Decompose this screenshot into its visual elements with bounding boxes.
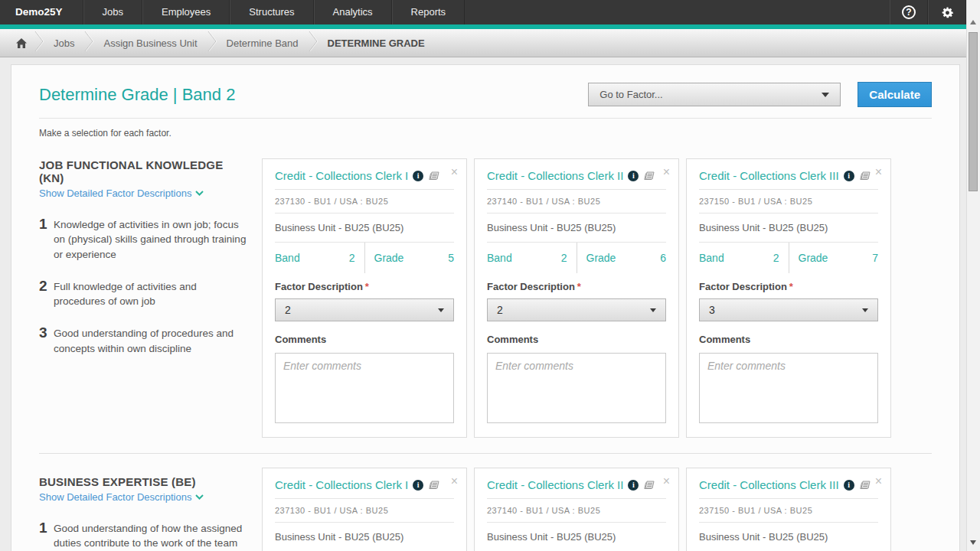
chevron-separator-icon: [207, 28, 217, 57]
comments-input[interactable]: [487, 353, 666, 423]
scroll-up-arrow-icon[interactable]: [970, 20, 976, 24]
job-title-link[interactable]: Credit - Collections Clerk III: [699, 169, 839, 182]
job-title-link[interactable]: Credit - Collections Clerk II: [487, 169, 623, 182]
chevron-down-icon: [195, 494, 204, 500]
documents-icon[interactable]: [859, 171, 871, 181]
chevron-separator-icon: [83, 28, 94, 57]
top-nav: Demo25Y Jobs Employees Structures Analyt…: [0, 0, 980, 24]
breadcrumb-assign-business-unit[interactable]: Assign Business Unit: [96, 37, 204, 49]
job-title-link[interactable]: Credit - Collections Clerk I: [275, 169, 408, 182]
info-icon[interactable]: i: [628, 171, 639, 181]
band-grade-row: Band2 Grade6: [487, 243, 666, 273]
grade-value: 7: [872, 252, 878, 264]
factor-description-label: Factor Description*: [275, 281, 454, 292]
required-asterisk: *: [789, 281, 793, 292]
business-unit: Business Unit - BU25 (BU25): [699, 222, 878, 233]
close-icon[interactable]: ×: [875, 165, 882, 179]
nav-item-structures[interactable]: Structures: [230, 0, 313, 24]
calculate-button[interactable]: Calculate: [858, 82, 932, 107]
factor-description-label: Factor Description*: [487, 281, 666, 292]
factor-description-select[interactable]: 2: [275, 298, 454, 321]
band-value: 2: [561, 252, 567, 264]
business-unit: Business Unit - BU25 (BU25): [487, 531, 666, 543]
chevron-separator-icon: [34, 28, 44, 57]
main-panel: Determine Grade | Band 2 Go to Factor...…: [11, 64, 960, 551]
help-button[interactable]: ?: [890, 0, 928, 24]
breadcrumb-determine-grade: DETERMINE GRADE: [320, 37, 433, 49]
band-value: 2: [349, 252, 355, 264]
nav-item-analytics[interactable]: Analytics: [314, 0, 392, 24]
show-descriptions-link[interactable]: Show Detailed Factor Descriptions: [39, 491, 204, 503]
scrollbar-thumb[interactable]: [969, 32, 978, 191]
show-descriptions-label: Show Detailed Factor Descriptions: [39, 491, 191, 503]
chevron-down-icon: [195, 191, 204, 196]
business-unit: Business Unit - BU25 (BU25): [487, 222, 666, 233]
documents-icon[interactable]: [428, 480, 439, 490]
option-number: 1: [39, 520, 54, 551]
job-title-link[interactable]: Credit - Collections Clerk II: [487, 478, 623, 491]
divider: [699, 522, 878, 523]
settings-button[interactable]: [928, 0, 966, 24]
nav-item-employees[interactable]: Employees: [142, 0, 230, 24]
goto-factor-dropdown[interactable]: Go to Factor...: [588, 83, 841, 106]
vertical-scrollbar[interactable]: [966, 0, 980, 551]
brand-logo[interactable]: Demo25Y: [0, 0, 83, 24]
chevron-down-icon: [862, 308, 868, 312]
factor-option: 1 Good understanding of how the assigned…: [39, 520, 247, 551]
grade-label: Grade: [799, 252, 828, 264]
grade-value: 6: [660, 252, 666, 264]
nav-item-reports[interactable]: Reports: [392, 0, 466, 24]
divider: [487, 522, 666, 523]
comments-input[interactable]: [699, 353, 878, 423]
band-label: Band: [699, 252, 724, 264]
factor-description-value: 2: [497, 304, 503, 316]
documents-icon[interactable]: [859, 480, 871, 490]
divider: [487, 189, 666, 190]
documents-icon[interactable]: [643, 480, 655, 490]
option-text: Full knowledge of activities and procedu…: [54, 279, 247, 309]
section-divider: [39, 453, 932, 454]
help-icon: ?: [902, 5, 916, 19]
factor-description-label: Factor Description*: [699, 281, 878, 292]
section-title: JOB FUNCTIONAL KNOWLEDGE (KN): [39, 158, 247, 184]
page-title: Determine Grade | Band 2: [39, 82, 235, 105]
home-icon[interactable]: [11, 37, 32, 49]
close-icon[interactable]: ×: [663, 474, 670, 488]
close-icon[interactable]: ×: [451, 165, 458, 179]
grade-label: Grade: [586, 252, 616, 264]
nav-item-jobs[interactable]: Jobs: [83, 0, 142, 24]
close-icon[interactable]: ×: [663, 165, 670, 179]
show-descriptions-link[interactable]: Show Detailed Factor Descriptions: [39, 187, 204, 199]
divider: [699, 189, 878, 190]
divider: [275, 498, 454, 499]
job-code: 237130 - BU1 / USA : BU25: [275, 197, 454, 206]
required-asterisk: *: [365, 281, 369, 292]
business-unit: Business Unit - BU25 (BU25): [275, 222, 454, 233]
factor-description-select[interactable]: 3: [699, 298, 878, 321]
job-title-link[interactable]: Credit - Collections Clerk I: [275, 478, 408, 491]
band-value: 2: [773, 252, 779, 264]
title-divider: [39, 118, 932, 119]
divider: [275, 213, 454, 214]
factor-description-select[interactable]: 2: [487, 298, 666, 321]
documents-icon[interactable]: [428, 171, 439, 181]
breadcrumb-jobs[interactable]: Jobs: [46, 37, 82, 49]
band-label: Band: [275, 252, 300, 264]
info-icon[interactable]: i: [628, 480, 639, 491]
info-icon[interactable]: i: [413, 171, 423, 181]
comments-input[interactable]: [275, 353, 454, 423]
info-icon[interactable]: i: [413, 480, 423, 491]
divider: [699, 213, 878, 214]
grade-value: 5: [448, 252, 454, 264]
nav-spacer: [465, 0, 890, 24]
close-icon[interactable]: ×: [875, 474, 882, 488]
goto-factor-value: Go to Factor...: [599, 89, 662, 100]
option-number: 2: [39, 279, 54, 309]
scroll-down-arrow-icon[interactable]: [970, 540, 976, 545]
breadcrumb-determine-band[interactable]: Determine Band: [219, 37, 306, 49]
info-icon[interactable]: i: [844, 171, 854, 181]
documents-icon[interactable]: [643, 171, 655, 181]
info-icon[interactable]: i: [844, 480, 854, 491]
close-icon[interactable]: ×: [451, 474, 458, 488]
job-title-link[interactable]: Credit - Collections Clerk III: [699, 478, 839, 491]
